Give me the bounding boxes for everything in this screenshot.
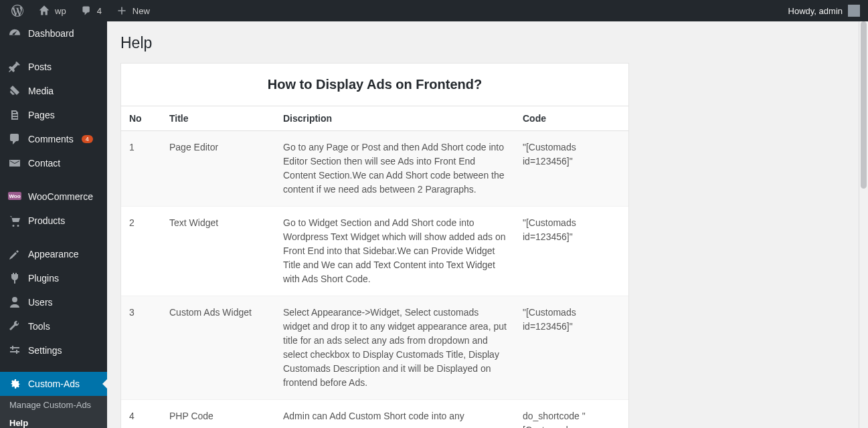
sidebar-item-settings[interactable]: Settings <box>0 338 107 362</box>
sidebar-item-label: Dashboard <box>28 28 74 39</box>
sliders-icon <box>8 344 21 357</box>
menu-separator <box>0 233 107 242</box>
new-content-menu[interactable]: New <box>110 0 155 21</box>
comment-icon <box>80 4 93 17</box>
woocommerce-icon: Woo <box>8 190 21 203</box>
sidebar-item-contact[interactable]: Contact <box>0 151 107 175</box>
col-no: No <box>121 106 161 131</box>
cell-code: "[Customads id=123456]" <box>515 207 628 296</box>
avatar <box>848 5 860 17</box>
howdy-text: Howdy, admin <box>788 6 843 16</box>
sidebar-item-label: Users <box>28 297 53 308</box>
sidebar-item-plugins[interactable]: Plugins <box>0 266 107 290</box>
media-icon <box>8 84 21 98</box>
svg-text:Woo: Woo <box>9 193 20 199</box>
scrollbar[interactable] <box>859 21 868 428</box>
sidebar-item-products[interactable]: Products <box>0 209 107 233</box>
plug-icon <box>8 272 21 285</box>
sidebar-item-label: Plugins <box>28 273 59 284</box>
brush-icon <box>8 247 21 261</box>
sidebar-item-label: Contact <box>28 158 60 169</box>
comments-count: 4 <box>97 6 102 16</box>
sidebar-item-comments[interactable]: Comments 4 <box>0 127 107 151</box>
user-icon <box>8 296 21 309</box>
cell-desc: Select Appearance->Widget, Select custom… <box>275 296 515 400</box>
comments-menu[interactable]: 4 <box>74 0 107 21</box>
admin-bar-left: wp 4 New <box>5 0 155 21</box>
sidebar-item-label: Settings <box>28 345 62 356</box>
sidebar-item-users[interactable]: Users <box>0 290 107 314</box>
cell-code: "[Customads id=123456]" <box>515 131 628 207</box>
site-name-menu[interactable]: wp <box>32 0 72 21</box>
cell-desc: Go to Widget Section and Add Short code … <box>275 207 515 296</box>
sidebar-item-label: Appearance <box>28 249 79 259</box>
admin-bar-right[interactable]: Howdy, admin <box>788 5 863 17</box>
admin-bar: wp 4 New Howdy, admin <box>0 0 868 21</box>
cell-code: "[Customads id=123456]" <box>515 296 628 400</box>
col-code: Code <box>515 106 628 131</box>
sidebar-item-appearance[interactable]: Appearance <box>0 242 107 266</box>
cell-title: Custom Ads Widget <box>161 296 275 400</box>
cell-desc: Go to any Page or Post and then Add Shor… <box>275 131 515 207</box>
cell-no: 4 <box>121 400 161 429</box>
table-row: 3Custom Ads WidgetSelect Appearance->Wid… <box>121 296 628 400</box>
pages-icon <box>8 108 21 122</box>
wrench-icon <box>8 320 21 333</box>
help-table: No Title Discription Code 1Page EditorGo… <box>121 106 628 428</box>
gear-icon <box>8 377 21 391</box>
customads-submenu: Manage Custom-Ads Help <box>0 396 107 428</box>
sidebar-item-media[interactable]: Media <box>0 79 107 103</box>
mail-icon <box>8 156 21 170</box>
comments-icon <box>8 132 21 146</box>
sidebar-item-label: Comments <box>28 134 74 144</box>
wp-logo-menu[interactable] <box>5 0 29 21</box>
table-row: 4PHP CodeAdmin can Add Custom Short code… <box>121 400 628 429</box>
cell-no: 2 <box>121 207 161 296</box>
col-desc: Discription <box>275 106 515 131</box>
cell-no: 3 <box>121 296 161 400</box>
menu-separator <box>0 45 107 55</box>
cell-title: Page Editor <box>161 131 275 207</box>
content-area: Help How to Display Ads on Frontend? No … <box>107 21 868 428</box>
table-row: 1Page EditorGo to any Page or Post and t… <box>121 131 628 207</box>
page-title: Help <box>120 28 855 55</box>
menu-separator <box>0 175 107 185</box>
col-title: Title <box>161 106 275 131</box>
menu-separator <box>0 362 107 372</box>
pin-icon <box>8 60 21 74</box>
cell-title: PHP Code <box>161 400 275 429</box>
sidebar-item-label: Products <box>28 215 65 226</box>
new-label: New <box>133 6 150 16</box>
sidebar-item-pages[interactable]: Pages <box>0 103 107 127</box>
sidebar-item-label: WooCommerce <box>28 191 93 202</box>
wordpress-logo-icon <box>11 4 24 17</box>
sidebar-item-label: Tools <box>28 321 50 332</box>
comments-badge: 4 <box>82 135 93 143</box>
cart-icon <box>8 214 21 227</box>
cell-no: 1 <box>121 131 161 207</box>
sidebar-item-dashboard[interactable]: Dashboard <box>0 21 107 45</box>
sidebar-item-label: Media <box>28 86 54 96</box>
sidebar-item-tools[interactable]: Tools <box>0 314 107 338</box>
sidebar-item-label: Custom-Ads <box>28 379 80 389</box>
scrollbar-thumb[interactable] <box>861 21 867 189</box>
plus-icon <box>115 4 128 17</box>
cell-title: Text Widget <box>161 207 275 296</box>
submenu-item-help[interactable]: Help <box>0 414 107 428</box>
submenu-item-manage[interactable]: Manage Custom-Ads <box>0 396 107 414</box>
help-heading: How to Display Ads on Frontend? <box>121 64 628 106</box>
table-row: 2Text WidgetGo to Widget Section and Add… <box>121 207 628 296</box>
sidebar-item-label: Pages <box>28 110 55 120</box>
sidebar-item-woocommerce[interactable]: Woo WooCommerce <box>0 185 107 209</box>
sidebar-item-posts[interactable]: Posts <box>0 55 107 79</box>
sidebar-item-label: Posts <box>28 62 52 72</box>
cell-code: do_shortcode "[Customads <box>515 400 628 429</box>
site-name: wp <box>55 6 66 16</box>
cell-desc: Admin can Add Custom Short code into any <box>275 400 515 429</box>
admin-sidebar: Dashboard Posts Media Pages Comments 4 C… <box>0 21 107 428</box>
dashboard-icon <box>8 27 21 40</box>
help-box: How to Display Ads on Frontend? No Title… <box>120 63 629 428</box>
home-icon <box>37 4 51 17</box>
sidebar-item-customads[interactable]: Custom-Ads <box>0 372 107 396</box>
